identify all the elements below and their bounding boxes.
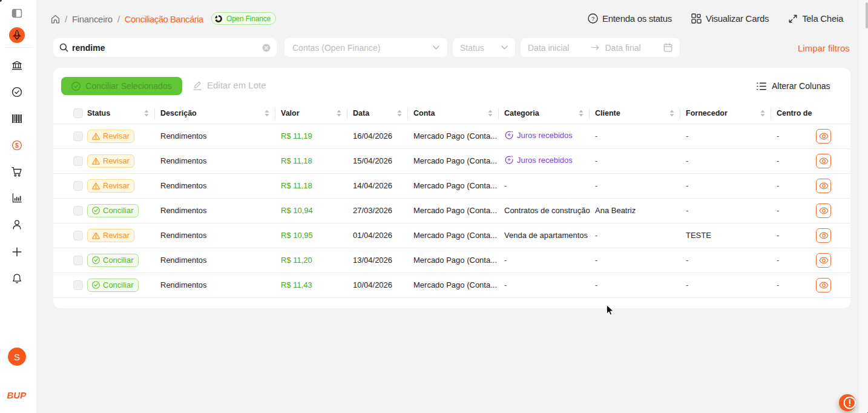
svg-text:?: ? (591, 15, 594, 22)
svg-text:$: $ (15, 142, 19, 149)
svg-text:BUP: BUP (7, 390, 27, 400)
